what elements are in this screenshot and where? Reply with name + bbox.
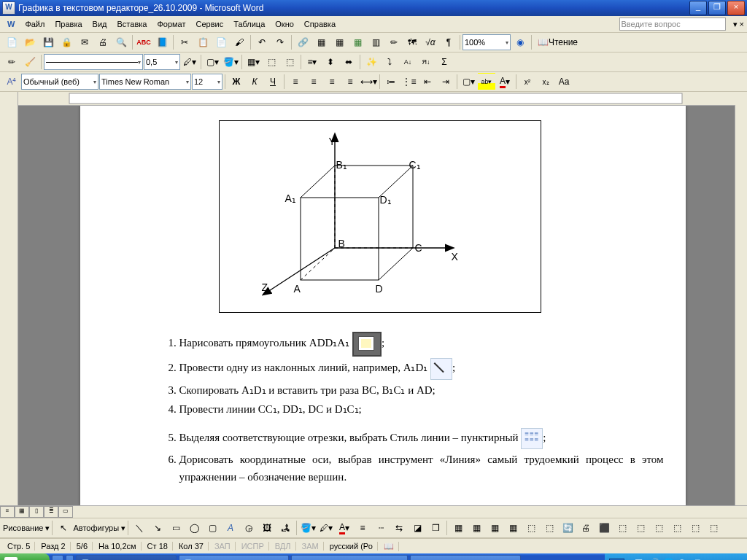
status-book-icon[interactable]: 📖 <box>379 542 399 551</box>
line-weight-combo[interactable]: 0,5▾ <box>144 54 180 70</box>
styles-pane-icon[interactable]: A⁴ <box>3 73 20 90</box>
font-combo[interactable]: Times New Roman▾ <box>99 74 191 90</box>
save-icon[interactable]: 💾 <box>39 34 57 51</box>
page[interactable]: Y X Z A D B C A₁ D₁ B₁ C₁ Нарисовать пря… <box>80 106 686 505</box>
extra1-icon[interactable]: ▦ <box>449 519 467 537</box>
view-normal-icon[interactable]: ≡ <box>0 506 15 518</box>
menu-format[interactable]: Формат <box>152 18 190 30</box>
style-combo[interactable]: Обычный (веб)▾ <box>21 74 98 90</box>
task-word-2[interactable]: 📄 Рисование в документ... <box>179 555 289 560</box>
status-ext[interactable]: ВДЛ <box>271 542 296 551</box>
copy-icon[interactable]: 📋 <box>194 34 212 51</box>
status-trk[interactable]: ИСПР <box>237 542 269 551</box>
permission-icon[interactable]: 🔒 <box>58 34 75 51</box>
close-button[interactable]: × <box>727 1 745 15</box>
autoformat-icon[interactable]: ✨ <box>363 53 380 71</box>
extra10-icon[interactable]: ⬚ <box>614 519 631 537</box>
extra3-icon[interactable]: ▦ <box>486 519 503 537</box>
quicklaunch[interactable]: ◧ <box>52 555 63 560</box>
autoshapes-menu[interactable]: Автофигуры ▾ <box>73 524 125 533</box>
extra8-icon[interactable]: 🖨 <box>577 519 595 537</box>
task-mail-agent[interactable]: ✉ Mail.Ru Агент (2 вкладки) <box>410 555 521 560</box>
view-web-icon[interactable]: ▦ <box>15 506 29 518</box>
view-print-icon[interactable]: ▯ <box>29 506 44 518</box>
zoom-combo[interactable]: 100%▾ <box>462 34 511 50</box>
status-rec[interactable]: ЗАП <box>210 542 236 551</box>
view-outline-icon[interactable]: ≣ <box>44 506 58 518</box>
align-cells-icon[interactable]: ≡▾ <box>303 53 321 71</box>
extra11-icon[interactable]: ⬚ <box>632 519 649 537</box>
italic-icon[interactable]: К <box>246 73 263 90</box>
increase-indent-icon[interactable]: ⇥ <box>437 73 454 90</box>
clipart-icon[interactable]: 🖼 <box>258 519 276 537</box>
outside-border-icon[interactable]: ▢▾ <box>204 53 221 71</box>
paste-icon[interactable]: 📄 <box>212 34 230 51</box>
task-folder[interactable]: 📁 ОТКРЫТЫЕ УРОКИ к ат... <box>291 555 408 560</box>
bold-icon[interactable]: Ж <box>228 73 245 90</box>
quicklaunch2[interactable]: ♪ <box>66 555 74 560</box>
preview-icon[interactable]: 🔍 <box>112 34 130 51</box>
arrow-style-icon[interactable]: ⇆ <box>390 519 408 537</box>
select-objects-icon[interactable]: ↖ <box>55 519 72 537</box>
mail-icon[interactable]: ✉ <box>76 34 93 51</box>
textbox-icon[interactable]: ▢ <box>204 519 221 537</box>
dashes-icon[interactable]: ┄ <box>372 519 390 537</box>
align-right-icon[interactable]: ≡ <box>323 73 341 90</box>
menu-chevron-icon[interactable]: ▾ × <box>730 20 747 29</box>
arrow-icon[interactable]: ↘ <box>149 519 166 537</box>
shadow-icon[interactable]: ◪ <box>409 519 426 537</box>
subscript-icon[interactable]: x₂ <box>537 73 554 90</box>
menu-window[interactable]: Окно <box>271 18 298 30</box>
size-combo[interactable]: 12▾ <box>192 74 222 90</box>
format-painter-icon[interactable]: 🖌 <box>231 34 248 51</box>
menu-tools[interactable]: Сервис <box>191 18 228 30</box>
underline-icon[interactable]: Ч <box>264 73 282 90</box>
hyperlink-icon[interactable]: 🔗 <box>294 34 311 51</box>
body-text[interactable]: Нарисовать прямоугольник ADD₁A₁ ; Провес… <box>153 332 664 487</box>
research-icon[interactable]: 📘 <box>153 34 171 51</box>
redo-icon[interactable]: ↷ <box>271 34 289 51</box>
start-button[interactable]: Пуск <box>0 553 50 560</box>
equation-icon[interactable]: √α <box>422 34 439 51</box>
menu-view[interactable]: Вид <box>88 18 112 30</box>
merge-cells-icon[interactable]: ⬚ <box>263 53 280 71</box>
excel-icon[interactable]: ▦ <box>349 34 366 51</box>
extra7-icon[interactable]: 🔄 <box>559 519 576 537</box>
extra15-icon[interactable]: ⬚ <box>705 519 722 537</box>
superscript-icon[interactable]: x² <box>519 73 536 90</box>
columns-icon[interactable]: ▥ <box>367 34 384 51</box>
drawing-toggle-icon[interactable]: ✏ <box>385 34 403 51</box>
menu-insert[interactable]: Вставка <box>113 18 152 30</box>
distribute-cols-icon[interactable]: ⬌ <box>340 53 357 71</box>
vertical-scrollbar[interactable] <box>735 105 747 505</box>
menu-table[interactable]: Таблица <box>229 18 269 30</box>
help-icon[interactable]: ◉ <box>511 34 529 51</box>
eraser-icon[interactable]: 🧹 <box>21 53 39 71</box>
line-spacing-icon[interactable]: ⟷▾ <box>360 73 377 90</box>
align-justify-icon[interactable]: ≡ <box>341 73 359 90</box>
extra5-icon[interactable]: ⬚ <box>522 519 540 537</box>
print-icon[interactable]: 🖨 <box>94 34 112 51</box>
font-color-draw-icon[interactable]: A▾ <box>336 519 353 537</box>
borders-icon[interactable]: ▢▾ <box>460 73 477 90</box>
highlight-icon[interactable]: ab▾ <box>478 73 495 90</box>
drawing-menu[interactable]: Рисование ▾ <box>3 524 50 533</box>
insert-table-icon[interactable]: ▦ <box>330 34 348 51</box>
status-ovr[interactable]: ЗАМ <box>298 542 324 551</box>
undo-icon[interactable]: ↶ <box>253 34 271 51</box>
status-lang[interactable]: русский (Ро <box>325 542 378 551</box>
menu-edit[interactable]: Правка <box>50 18 86 30</box>
vertical-ruler[interactable] <box>0 92 18 505</box>
bullets-icon[interactable]: ⋮≡ <box>400 73 418 90</box>
restore-button[interactable]: ❐ <box>708 1 726 15</box>
extra2-icon[interactable]: ▦ <box>468 519 485 537</box>
spellcheck-icon[interactable]: ABC <box>135 34 152 51</box>
extra9-icon[interactable]: ⬛ <box>595 519 613 537</box>
picture-icon[interactable]: 🏞 <box>276 519 294 537</box>
show-hide-icon[interactable]: ¶ <box>440 34 457 51</box>
extra12-icon[interactable]: ⬚ <box>650 519 667 537</box>
help-search-input[interactable]: Введите вопрос <box>619 18 726 31</box>
font-color-icon[interactable]: A▾ <box>496 73 514 90</box>
text-direction-icon[interactable]: ⤵ <box>381 53 398 71</box>
menu-help[interactable]: Справка <box>300 18 340 30</box>
